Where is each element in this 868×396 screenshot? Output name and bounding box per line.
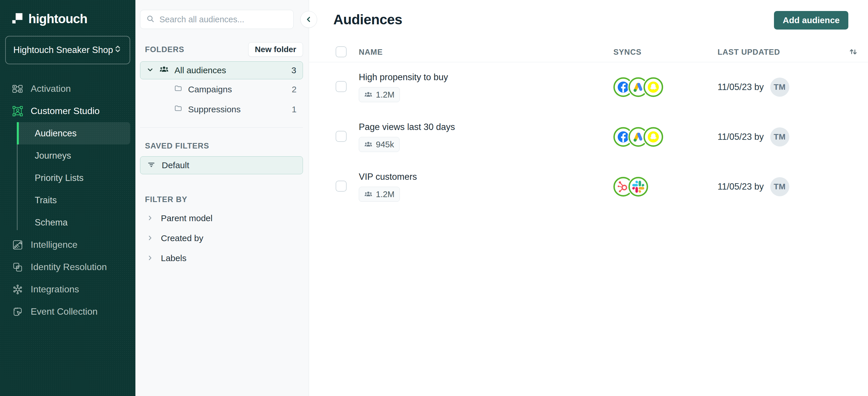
table-row[interactable]: High propensity to buy 1.2M bbox=[309, 62, 868, 112]
activation-icon bbox=[12, 83, 23, 94]
table-row[interactable]: VIP customers 1.2M bbox=[309, 162, 868, 212]
folder-row-all-audiences[interactable]: All audiences 3 bbox=[140, 61, 303, 79]
column-header-last-updated[interactable]: LAST UPDATED bbox=[717, 48, 834, 57]
filter-row-labels[interactable]: Labels bbox=[135, 248, 309, 268]
audience-name[interactable]: Page views last 30 days bbox=[359, 122, 613, 132]
snapchat-sync-icon[interactable] bbox=[644, 77, 663, 97]
filter-row-label: Created by bbox=[161, 233, 204, 243]
sidebar-item-label: Journeys bbox=[35, 151, 71, 161]
filter-row-parent-model[interactable]: Parent model bbox=[135, 208, 309, 228]
sidebar-item-schema[interactable]: Schema bbox=[17, 211, 130, 234]
sidebar-item-event-collection[interactable]: Event Collection bbox=[0, 301, 135, 323]
select-chevrons-icon bbox=[114, 44, 122, 56]
table-row[interactable]: Page views last 30 days 945k bbox=[309, 112, 868, 162]
saved-filters-label: SAVED FILTERS bbox=[145, 142, 309, 151]
slack-sync-icon[interactable] bbox=[628, 177, 648, 196]
sidebar-item-label: Priority Lists bbox=[35, 173, 84, 183]
column-header-syncs[interactable]: SYNCS bbox=[613, 48, 717, 57]
sidebar-item-label: Audiences bbox=[35, 128, 77, 139]
sidebar-item-activation[interactable]: Activation bbox=[0, 78, 135, 100]
syncs-cell bbox=[613, 77, 717, 97]
event-collection-icon bbox=[12, 306, 23, 317]
audience-size: 1.2M bbox=[376, 90, 394, 99]
column-header-name[interactable]: NAME bbox=[359, 48, 613, 57]
panel-divider bbox=[140, 127, 303, 128]
people-icon bbox=[364, 190, 372, 198]
row-checkbox[interactable] bbox=[336, 81, 347, 92]
sidebar-item-label: Integrations bbox=[31, 284, 79, 295]
hightouch-logo-icon bbox=[11, 12, 23, 25]
table-header: NAME SYNCS LAST UPDATED bbox=[309, 42, 868, 62]
folder-count: 2 bbox=[292, 85, 297, 94]
folder-count: 3 bbox=[291, 65, 296, 75]
collapse-panel-button[interactable] bbox=[300, 11, 317, 28]
select-all-checkbox[interactable] bbox=[336, 46, 347, 57]
snapchat-sync-icon[interactable] bbox=[644, 127, 663, 147]
audience-size-badge: 1.2M bbox=[359, 87, 400, 102]
workspace-name: Hightouch Sneaker Shop bbox=[13, 45, 113, 55]
customer-studio-subnav: Audiences Journeys Priority Lists Traits… bbox=[17, 122, 130, 234]
main-content: Audiences Add audience NAME SYNCS LAST U… bbox=[309, 0, 868, 396]
workspace-selector[interactable]: Hightouch Sneaker Shop bbox=[5, 36, 130, 64]
sidebar-item-label: Identity Resolution bbox=[31, 262, 107, 272]
filter-by-label: FILTER BY bbox=[145, 195, 309, 204]
logo: hightouch bbox=[0, 0, 135, 26]
integrations-icon bbox=[12, 284, 23, 295]
syncs-cell bbox=[613, 177, 717, 196]
folder-name: All audiences bbox=[175, 65, 226, 75]
folders-header: FOLDERS New folder bbox=[135, 42, 303, 57]
sidebar-item-identity-resolution[interactable]: Identity Resolution bbox=[0, 256, 135, 278]
folder-list: All audiences 3 Campaigns 2 Suppressions… bbox=[140, 61, 303, 119]
row-checkbox[interactable] bbox=[336, 131, 347, 142]
avatar[interactable]: TM bbox=[770, 177, 789, 196]
sidebar-item-integrations[interactable]: Integrations bbox=[0, 278, 135, 301]
sidebar-item-priority-lists[interactable]: Priority Lists bbox=[17, 167, 130, 189]
folder-row-suppressions[interactable]: Suppressions 1 bbox=[140, 99, 303, 119]
avatar[interactable]: TM bbox=[770, 127, 789, 147]
syncs-cell bbox=[613, 127, 717, 147]
search-input[interactable] bbox=[159, 15, 288, 24]
sidebar-item-journeys[interactable]: Journeys bbox=[17, 145, 130, 167]
filter-row-label: Parent model bbox=[161, 213, 212, 223]
sidebar-item-label: Event Collection bbox=[31, 306, 97, 317]
last-updated-text: 11/05/23 by bbox=[717, 132, 764, 142]
sidebar-item-label: Customer Studio bbox=[31, 106, 99, 116]
audience-size: 945k bbox=[376, 140, 394, 149]
folder-name: Campaigns bbox=[188, 85, 232, 94]
app-window: hightouch Hightouch Sneaker Shop bbox=[0, 0, 868, 396]
avatar[interactable]: TM bbox=[770, 78, 789, 97]
sidebar-item-customer-studio[interactable]: Customer Studio bbox=[0, 100, 135, 122]
audience-size: 1.2M bbox=[376, 190, 394, 199]
last-updated-text: 11/05/23 by bbox=[717, 82, 764, 92]
sidebar-item-audiences[interactable]: Audiences bbox=[17, 122, 130, 145]
new-folder-button[interactable]: New folder bbox=[248, 42, 303, 57]
audience-name[interactable]: High propensity to buy bbox=[359, 72, 613, 83]
search-icon bbox=[146, 14, 155, 24]
sidebar-item-traits[interactable]: Traits bbox=[17, 189, 130, 211]
filter-row-created-by[interactable]: Created by bbox=[135, 228, 309, 248]
customer-studio-icon bbox=[12, 106, 23, 117]
filter-lines-icon bbox=[147, 160, 155, 171]
folder-icon bbox=[174, 84, 182, 94]
row-checkbox[interactable] bbox=[336, 181, 347, 192]
sort-icon[interactable] bbox=[848, 47, 862, 58]
sidebar-item-label: Intelligence bbox=[31, 239, 78, 250]
chevron-down-icon[interactable] bbox=[147, 65, 154, 75]
folder-row-campaigns[interactable]: Campaigns 2 bbox=[140, 79, 303, 99]
add-audience-button[interactable]: Add audience bbox=[774, 11, 848, 30]
sidebar-item-label: Schema bbox=[35, 217, 68, 228]
sidebar-item-intelligence[interactable]: Intelligence bbox=[0, 234, 135, 256]
saved-filter-default[interactable]: Default bbox=[140, 156, 303, 174]
intelligence-icon bbox=[12, 239, 23, 250]
people-icon bbox=[364, 91, 372, 99]
folder-icon bbox=[174, 104, 182, 114]
chevron-right-icon bbox=[147, 213, 153, 223]
logo-text: hightouch bbox=[28, 11, 87, 26]
sidebar-item-label: Activation bbox=[31, 83, 71, 94]
search-box[interactable] bbox=[140, 10, 294, 29]
audience-people-icon bbox=[159, 65, 169, 76]
folders-label: FOLDERS bbox=[145, 45, 184, 54]
audience-name[interactable]: VIP customers bbox=[359, 172, 613, 182]
saved-filter-name: Default bbox=[162, 160, 189, 170]
last-updated-text: 11/05/23 by bbox=[717, 182, 764, 192]
